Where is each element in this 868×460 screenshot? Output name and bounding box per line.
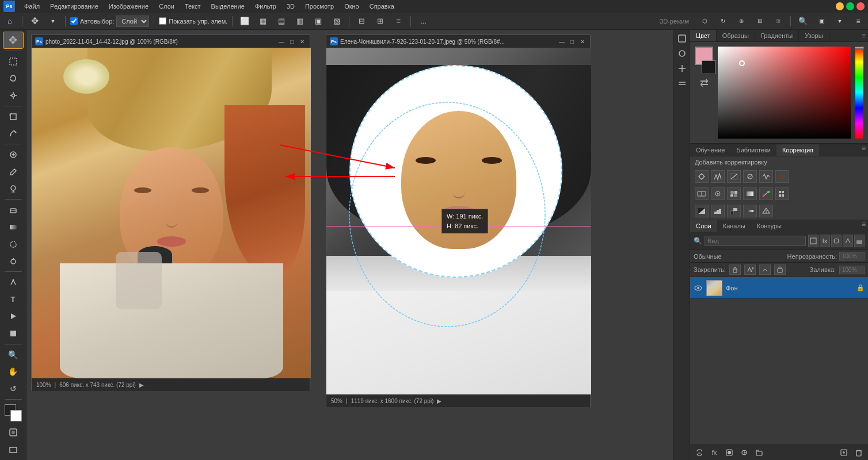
pin-lock-pixels[interactable]: [744, 264, 756, 275]
home-btn[interactable]: ⌂: [2, 15, 17, 28]
corr-gradient-btn[interactable]: [743, 187, 757, 200]
rotate-tool[interactable]: ↺: [3, 381, 23, 397]
menu-image[interactable]: Изображение: [104, 2, 153, 11]
layer-filter-mask[interactable]: [831, 235, 842, 247]
type-tool[interactable]: T: [3, 292, 23, 308]
corr-invert-btn[interactable]: [695, 205, 709, 217]
align-vmid-btn[interactable]: ▣: [311, 15, 326, 28]
layers-fill-input[interactable]: [839, 266, 865, 274]
pin-lock-position[interactable]: [729, 264, 741, 275]
pen-tool[interactable]: [3, 274, 23, 290]
autochooser-checkbox[interactable]: [70, 17, 78, 25]
layers-blend-mode[interactable]: Обычные: [694, 253, 785, 260]
shape-tool[interactable]: [3, 325, 23, 342]
corr-exposure-btn[interactable]: [743, 170, 757, 183]
align-right-btn[interactable]: ▤: [274, 15, 289, 28]
heal-tool[interactable]: [3, 147, 23, 163]
tab-patterns[interactable]: Узоры: [799, 30, 829, 41]
corr-vibrance-btn[interactable]: [759, 170, 773, 183]
menu-3d[interactable]: 3D: [282, 2, 299, 11]
tab-learning[interactable]: Обучение: [690, 144, 730, 156]
3d-btn2[interactable]: ↻: [715, 15, 730, 28]
layer-filter-type[interactable]: [808, 235, 818, 247]
minimize-btn[interactable]: [836, 2, 844, 10]
doc1-titlebar[interactable]: Ps photo_2022-11-04_14-42-12.jpg @ 100% …: [32, 35, 310, 48]
corr-gradient-map-btn[interactable]: [743, 205, 757, 217]
corr-threshold-btn[interactable]: [727, 205, 741, 217]
menu-edit[interactable]: Редактирование: [45, 2, 103, 11]
doc2-status-arrow[interactable]: ▶: [437, 398, 441, 404]
dist-extra-btn[interactable]: ≡: [391, 15, 406, 28]
screen-mode-tool[interactable]: [3, 442, 23, 458]
workspace-btn[interactable]: ▣: [814, 15, 829, 28]
zoom-tool[interactable]: 🔍: [3, 347, 23, 363]
color-gradient-box[interactable]: [718, 47, 851, 139]
rpanel-icon4[interactable]: [676, 77, 688, 90]
pin-lock-art[interactable]: [759, 264, 771, 275]
doc2-maximize-btn[interactable]: □: [568, 37, 576, 45]
3d-btn4[interactable]: ⊞: [752, 15, 767, 28]
corr-posterize-btn[interactable]: [711, 205, 725, 217]
doc2-minimize-btn[interactable]: —: [558, 37, 566, 45]
move-tool-options[interactable]: ✥: [27, 15, 42, 28]
layers-panel-expand[interactable]: ≡: [859, 220, 868, 232]
menu-window[interactable]: Окно: [340, 2, 364, 11]
layer-filter-fx[interactable]: fx: [820, 235, 830, 247]
corr-selectivecolor-btn[interactable]: [759, 187, 773, 200]
layer-mask-btn[interactable]: [724, 447, 735, 458]
layer-filter-smart[interactable]: [843, 235, 853, 247]
show-controls-checkbox[interactable]: [159, 17, 166, 25]
align-left-btn[interactable]: ⬜: [237, 15, 252, 28]
dist-h-btn[interactable]: ⊟: [354, 15, 369, 28]
dist-v-btn[interactable]: ⊞: [372, 15, 387, 28]
more-options-btn[interactable]: ...: [416, 15, 431, 28]
eraser-tool[interactable]: [3, 202, 23, 218]
move-tool[interactable]: ✥: [3, 32, 23, 48]
tab-correction[interactable]: Коррекция: [776, 144, 819, 156]
doc1-maximize-btn[interactable]: □: [288, 37, 296, 45]
bg-swatch[interactable]: [702, 60, 715, 74]
color-swatches[interactable]: [3, 403, 23, 423]
quick-mask-tool[interactable]: [3, 425, 23, 441]
swap-colors-btn[interactable]: ⇄: [700, 76, 709, 89]
doc1-close-btn[interactable]: ✕: [298, 37, 306, 45]
menu-help[interactable]: Справка: [365, 2, 399, 11]
menu-text[interactable]: Текст: [180, 2, 205, 11]
tab-channels[interactable]: Каналы: [717, 220, 751, 232]
layer-fx-btn[interactable]: fx: [709, 447, 720, 458]
align-center-btn[interactable]: ▦: [256, 15, 271, 28]
marquee-tool[interactable]: [3, 53, 23, 70]
layer-link-btn[interactable]: [694, 447, 705, 458]
blur-tool[interactable]: [3, 236, 23, 252]
menu-file[interactable]: Файл: [20, 2, 44, 11]
menu-select[interactable]: Выделение: [207, 2, 249, 11]
align-top-btn[interactable]: ▥: [292, 15, 307, 28]
search-btn[interactable]: 🔍: [795, 15, 810, 28]
3d-btn5[interactable]: ≋: [771, 15, 786, 28]
tab-samples[interactable]: Образцы: [717, 30, 755, 41]
path-select-tool[interactable]: [3, 308, 23, 324]
menu-view[interactable]: Просмотр: [300, 2, 338, 11]
layer-row-fon[interactable]: Фон 🔒: [690, 277, 868, 299]
color-hue-strip[interactable]: [855, 47, 863, 139]
lasso-tool[interactable]: [3, 70, 23, 86]
extra-panel-btn[interactable]: ≡: [851, 15, 866, 28]
corr-hsl-btn[interactable]: [775, 170, 789, 183]
corr-levels-btn[interactable]: [711, 170, 725, 183]
color-panel-expand[interactable]: ≡: [859, 32, 868, 40]
close-btn[interactable]: [856, 2, 865, 10]
tab-libraries[interactable]: Библиотеки: [730, 144, 776, 156]
gradient-tool[interactable]: [3, 219, 23, 235]
pin-lock-all[interactable]: [774, 264, 786, 275]
menu-filter[interactable]: Фильтр: [250, 2, 281, 11]
align-bottom-btn[interactable]: ▧: [329, 15, 344, 28]
options-arrow[interactable]: ▼: [45, 15, 60, 28]
corr-colorbalance-btn[interactable]: [695, 187, 709, 200]
corr-curves-btn[interactable]: [727, 170, 741, 183]
brush-tool[interactable]: [3, 164, 23, 180]
3d-btn3[interactable]: ⊕: [734, 15, 749, 28]
clone-tool[interactable]: [3, 181, 23, 197]
crop-tool[interactable]: [3, 109, 23, 125]
corr-brightness-btn[interactable]: [695, 170, 709, 183]
correction-panel-expand[interactable]: ≡: [859, 144, 868, 156]
